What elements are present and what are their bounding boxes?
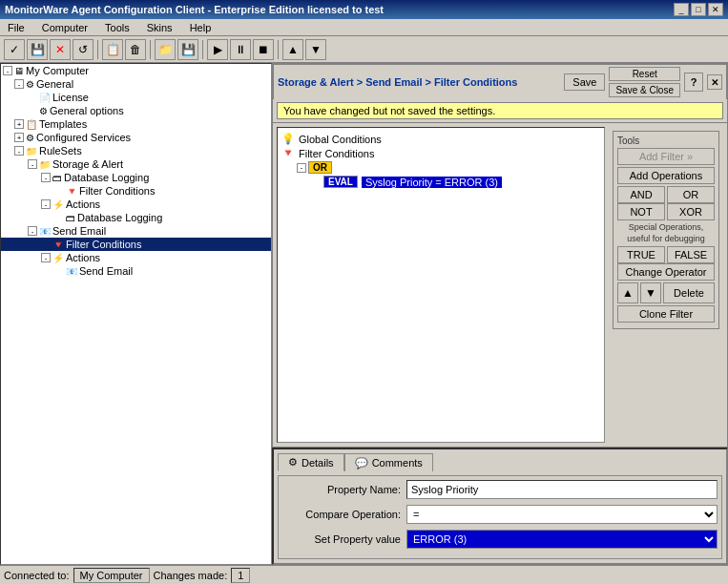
filter-node-eval[interactable]: EVAL Syslog Priority = ERROR (3) [281,175,600,189]
expand-actions[interactable]: - [41,199,51,209]
tree-item-rulesets[interactable]: - 📁 RuleSets [1,144,271,157]
move-up-button[interactable]: ▲ [617,282,638,303]
false-button[interactable]: FALSE [667,246,715,263]
tool-copy-button[interactable]: 📋 [102,39,123,60]
set-property-value-row: Set Property value ERROR (3) [282,530,718,549]
menu-computer[interactable]: Computer [38,21,92,34]
tool-cancel-button[interactable]: ✕ [50,39,71,60]
not-button[interactable]: NOT [617,203,665,220]
filter-conditions-header-icon: 🔻 [281,147,295,159]
tree-item-configured-services[interactable]: + ⚙ Configured Services [1,131,271,144]
maximize-button[interactable]: □ [691,3,706,16]
or-button[interactable]: OR [667,186,715,203]
tool-down-button[interactable]: ▼ [305,39,326,60]
expand-my-computer[interactable]: - [3,66,12,75]
expand-rulesets[interactable]: - [14,146,24,156]
menu-skins[interactable]: Skins [143,21,177,34]
tool-delete-button[interactable]: 🗑 [125,39,146,60]
tool-play-button[interactable]: ▶ [207,39,228,60]
tree-item-send-email[interactable]: - 📧 Send Email [1,224,271,238]
up-down-delete-row: ▲ ▼ Delete [617,282,715,303]
tree-item-actions[interactable]: - ⚡ Actions [1,198,271,211]
expand-general[interactable]: - [14,79,24,89]
dialog-close-button[interactable]: ✕ [707,74,722,90]
tool-save-button[interactable]: 💾 [27,39,48,60]
save-close-button[interactable]: Save & Close [609,83,680,97]
or-expand-button[interactable]: - [297,163,306,173]
window-close-button[interactable]: ✕ [708,3,723,16]
eval-condition-text: Syslog Priority = ERROR (3) [362,177,502,188]
menu-tools[interactable]: Tools [101,21,134,34]
toolbar-separator-2 [150,40,151,59]
warning-section: You have changed but not saved the setti… [272,99,728,122]
menu-bar: File Computer Tools Skins Help [0,19,728,36]
compare-operation-select[interactable]: = [406,505,718,524]
menu-help[interactable]: Help [186,21,216,34]
clone-filter-button[interactable]: Clone Filter [617,305,715,323]
tree-item-filter-conditions-1[interactable]: 🔻 Filter Conditions [1,184,271,198]
add-operations-button[interactable]: Add Operations [617,167,715,184]
tree-item-storage-alert[interactable]: - 📁 Storage & Alert [1,157,271,171]
and-button[interactable]: AND [617,186,665,203]
expand-database-logging[interactable]: - [41,173,51,182]
move-down-button[interactable]: ▼ [640,282,661,303]
special-operations-text: Special Operations, useful for debugging [617,222,715,244]
true-button[interactable]: TRUE [617,246,665,263]
tool-pause-button[interactable]: ⏸ [230,39,251,60]
tree-item-my-computer[interactable]: - 🖥 My Computer [1,64,271,77]
actions-icon: ⚡ [52,199,64,210]
tree-item-database-logging-2[interactable]: 🗃 Database Logging [1,211,271,224]
global-conditions-label: Global Conditions [299,134,382,145]
tool-stop-button[interactable]: ⏹ [253,39,274,60]
details-tab-icon: ⚙ [288,456,298,469]
expand-actions-2[interactable]: - [41,253,51,262]
tree-item-license[interactable]: 📄 License [1,91,271,104]
not-xor-row: NOT XOR [617,203,715,220]
expand-configured-services[interactable]: + [14,133,24,142]
expand-send-email[interactable]: - [28,226,37,236]
tool-open-button[interactable]: 📁 [155,39,176,60]
configured-services-icon: ⚙ [26,133,34,143]
toolbar-separator-4 [278,40,279,59]
set-property-value-select[interactable]: ERROR (3) [406,530,718,549]
xor-button[interactable]: XOR [667,203,715,220]
menu-file[interactable]: File [4,21,29,34]
changes-made-label: Changes made: [154,570,228,581]
toolbar: ✓ 💾 ✕ ↺ 📋 🗑 📁 💾 ▶ ⏸ ⏹ ▲ ▼ [0,36,728,63]
tree-item-general[interactable]: - ⚙ General [1,77,271,91]
save-button[interactable]: Save [564,73,605,91]
database-logging-icon: 🗃 [52,173,62,183]
tool-up-button[interactable]: ▲ [282,39,303,60]
property-name-input[interactable] [406,480,718,499]
add-filter-button[interactable]: Add Filter » [617,148,715,165]
filter-node-or[interactable]: - OR [281,160,600,175]
tree-item-filter-conditions-2[interactable]: 🔻 Filter Conditions [1,238,271,251]
tool-refresh-button[interactable]: ↺ [73,39,94,60]
toolbar-separator-3 [202,40,203,59]
delete-button[interactable]: Delete [663,282,715,303]
tree-item-actions-2[interactable]: - ⚡ Actions [1,251,271,264]
tools-group-title: Tools [617,136,715,146]
tab-details[interactable]: ⚙ Details [278,453,344,471]
computer-icon: 🖥 [14,66,24,76]
status-bar: Connected to: My Computer Changes made: … [0,565,728,584]
tree-item-send-email-2[interactable]: 📧 Send Email [1,264,271,278]
comments-tab-icon: 💬 [355,457,368,469]
tab-comments[interactable]: 💬 Comments [344,453,433,471]
tool-save2-button[interactable]: 💾 [177,39,198,60]
reset-button[interactable]: Reset [609,67,680,81]
general-options-icon: ⚙ [39,106,48,116]
global-conditions-icon: 💡 [281,133,295,145]
help-button[interactable]: ? [684,73,703,92]
tree-item-database-logging[interactable]: - 🗃 Database Logging [1,171,271,184]
expand-storage-alert[interactable]: - [28,159,37,169]
minimize-button[interactable]: _ [674,3,689,16]
tree-item-general-options[interactable]: ⚙ General options [1,104,271,117]
tree-item-templates[interactable]: + 📋 Templates [1,117,271,131]
main-content: - 🖥 My Computer - ⚙ General 📄 License ⚙ … [0,63,728,565]
tool-check-button[interactable]: ✓ [4,39,25,60]
expand-templates[interactable]: + [14,119,24,129]
change-operator-button[interactable]: Change Operator [617,263,715,281]
toolbar-separator-1 [97,40,98,59]
tab-bar: ⚙ Details 💬 Comments [278,453,722,471]
